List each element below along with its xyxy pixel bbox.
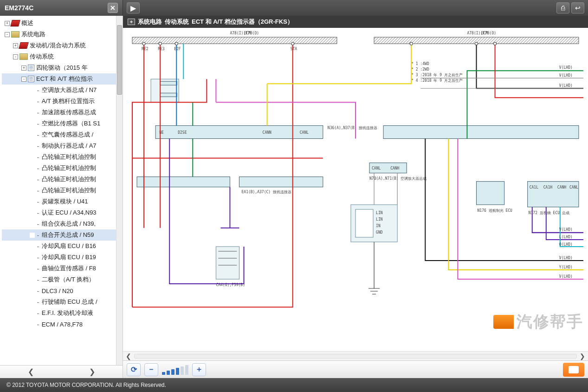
- spacer: [30, 132, 35, 137]
- svg-text:CANL: CANL: [300, 131, 309, 135]
- sidebar-next-button[interactable]: ❯: [61, 367, 123, 376]
- play-button[interactable]: ▶: [127, 2, 140, 13]
- bullet-icon: -: [36, 287, 40, 294]
- tree-item[interactable]: -空燃比传感器（B1 S1: [2, 118, 123, 129]
- spacer: [30, 144, 35, 149]
- doc-icon: [28, 65, 34, 71]
- svg-text:EA1(B),A37(C)
接线连接器: EA1(B),A37(C) 接线连接器: [242, 190, 291, 194]
- tree-item[interactable]: -认证 ECU / A34,N93: [2, 207, 123, 218]
- tree-item[interactable]: -空气囊传感器总成 /: [2, 129, 123, 140]
- collapse-icon[interactable]: -: [13, 54, 18, 59]
- tree-item[interactable]: +概述: [2, 18, 123, 29]
- tree-item[interactable]: -系统电路: [2, 29, 123, 40]
- close-icon[interactable]: ✕: [108, 3, 118, 13]
- tree-item[interactable]: -制动执行器总成 / A7: [2, 140, 123, 151]
- expand-icon[interactable]: +: [13, 43, 18, 48]
- tree-item-label: E.F.I. 发动机冷却液: [42, 309, 93, 317]
- scroll-right-button[interactable]: ❯: [577, 353, 588, 360]
- zoom-level-indicator[interactable]: [162, 365, 188, 375]
- svg-rect-0: [132, 37, 337, 44]
- bullet-icon: -: [36, 109, 40, 116]
- bullet-icon: -: [36, 87, 40, 94]
- spacer: [30, 210, 35, 216]
- bullet-icon: -: [36, 276, 40, 283]
- feedback-button[interactable]: [563, 363, 584, 377]
- svg-text:E2F: E2F: [174, 47, 181, 51]
- refresh-button[interactable]: ⟳: [127, 363, 141, 376]
- spacer: [30, 99, 35, 104]
- sidebar-prev-button[interactable]: ❮: [0, 367, 61, 376]
- tree-item[interactable]: -组合仪表总成 / N39,: [2, 218, 123, 229]
- zoom-in-button[interactable]: ＋: [192, 363, 206, 376]
- svg-text:* 4 :2018 年 9 月之后生产: * 4 :2018 年 9 月之后生产: [411, 78, 463, 83]
- breadcrumb-part[interactable]: 传动系统: [165, 18, 189, 26]
- tree-item[interactable]: -凸轮轴正时机油控制: [2, 151, 123, 163]
- svg-point-61: [175, 42, 178, 45]
- tree-item[interactable]: -A/T 换档杆位置指示: [2, 96, 123, 107]
- copyright-text: © 2012 TOYOTA MOTOR CORPORATION. All Rig…: [6, 382, 166, 388]
- expand-icon[interactable]: +: [5, 21, 10, 26]
- tree-item[interactable]: -加速踏板传感器总成: [2, 107, 123, 118]
- tree-item[interactable]: -行驶辅助 ECU 总成 /: [2, 296, 123, 307]
- bullet-icon: -: [36, 209, 40, 216]
- svg-text:CA1L: CA1L: [530, 185, 538, 189]
- spacer: [30, 311, 35, 316]
- svg-text:RE2: RE2: [142, 47, 149, 51]
- tree-item[interactable]: -凸轮轴正时机油控制: [2, 174, 123, 185]
- tree-item[interactable]: -空调放大器总成 / N7: [2, 85, 123, 96]
- back-button[interactable]: ↩: [571, 2, 584, 13]
- expand-icon[interactable]: +: [21, 65, 26, 71]
- tree-item[interactable]: -组合开关总成 / N59: [2, 229, 123, 241]
- red-icon: [10, 20, 20, 26]
- tree-item[interactable]: +发动机/混合动力系统: [2, 40, 123, 51]
- bullet-icon: -: [36, 265, 40, 272]
- bullet-icon: -: [36, 299, 40, 306]
- scroll-left-button[interactable]: ❮: [123, 353, 134, 360]
- print-button[interactable]: ⎙: [556, 2, 569, 13]
- horizontal-scrollbar[interactable]: ❮ ❯: [123, 351, 588, 360]
- diagram-viewport[interactable]: A78(I),F78(O) ECM A78(I),F78(O) ECM RE2 …: [123, 28, 588, 351]
- collapse-icon[interactable]: -: [21, 77, 26, 82]
- tree-item[interactable]: -炭罐泵模块 / U41: [2, 196, 123, 207]
- svg-point-63: [410, 42, 413, 45]
- scroll-track[interactable]: [134, 354, 577, 359]
- tree-item-label: ECM / A78,F78: [42, 321, 83, 328]
- expand-icon[interactable]: ＋: [128, 19, 135, 25]
- svg-text:CANH: CANH: [557, 185, 566, 189]
- svg-text:STA: STA: [291, 47, 297, 51]
- tree-item[interactable]: +四轮驱动（2015 年: [2, 62, 123, 73]
- spacer: [30, 188, 35, 193]
- sidebar-scrollbar[interactable]: [116, 16, 123, 365]
- tree-item[interactable]: -E.F.I. 发动机冷却液: [2, 307, 123, 319]
- tree-item[interactable]: -DLC3 / N20: [2, 285, 123, 296]
- bullet-icon: -: [36, 232, 40, 239]
- zoom-out-button[interactable]: －: [144, 363, 158, 376]
- tree-item[interactable]: -传动系统: [2, 51, 123, 62]
- svg-text:Y(LHD): Y(LHD): [559, 265, 573, 269]
- breadcrumb-part[interactable]: ECT 和 A/T 档位指示器（2GR-FKS）: [192, 18, 293, 26]
- tree-item[interactable]: -曲轴位置传感器 / F8: [2, 263, 123, 274]
- svg-rect-42: [477, 182, 504, 205]
- document-tab[interactable]: EM2774C ✕: [0, 0, 123, 16]
- bullet-icon: -: [36, 120, 40, 127]
- breadcrumb-part[interactable]: 系统电路: [138, 18, 162, 26]
- tree-item[interactable]: -ECM / A78,F78: [2, 319, 123, 330]
- svg-rect-25: [239, 177, 323, 187]
- tree-item[interactable]: -凸轮轴正时机油控制: [2, 163, 123, 174]
- tree-item[interactable]: -二极管（A/T 换档）: [2, 274, 123, 285]
- sidebar-scroll-thumb[interactable]: [117, 25, 122, 95]
- svg-text:IN: IN: [376, 224, 381, 228]
- svg-rect-24: [137, 177, 230, 187]
- tree-item[interactable]: -ECT 和 A/T 档位指示: [2, 73, 123, 85]
- collapse-icon[interactable]: -: [5, 32, 10, 37]
- titlebar: EM2774C ✕ ▶ ⎙ ↩: [0, 0, 588, 16]
- tree-item[interactable]: -冷却风扇 ECU / B16: [2, 241, 123, 252]
- tree-item-label: 凸轮轴正时机油控制: [42, 153, 96, 161]
- nav-tree[interactable]: +概述-系统电路+发动机/混合动力系统-传动系统+四轮驱动（2015 年-ECT…: [0, 16, 123, 365]
- svg-text:ECM: ECM: [481, 31, 488, 35]
- spacer: [30, 121, 35, 126]
- tree-item[interactable]: -冷却风扇 ECU / B19: [2, 252, 123, 263]
- tree-item[interactable]: -凸轮轴正时机油控制: [2, 185, 123, 196]
- tree-item-label: 空调放大器总成 / N7: [42, 86, 97, 94]
- toolbar-bottom: ⟳ － ＋: [123, 360, 588, 378]
